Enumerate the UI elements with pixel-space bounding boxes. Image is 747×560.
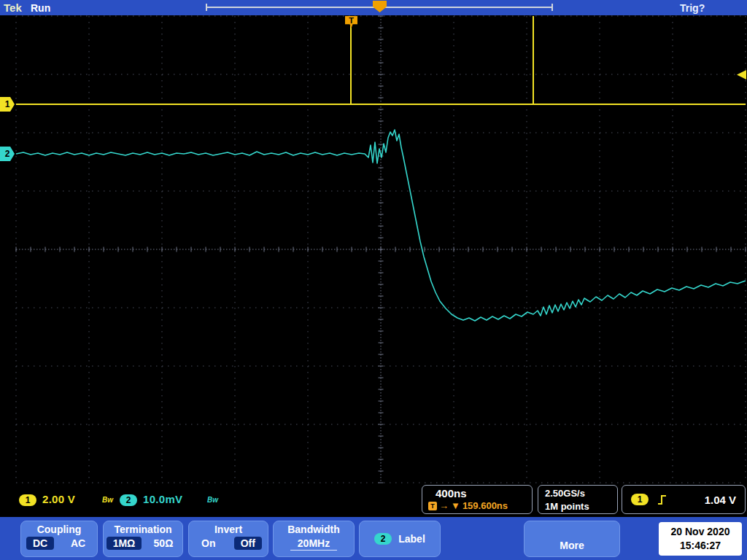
date-readout: 20 Nov 2020	[659, 525, 742, 539]
horizontal-readout-box: 400ns T→▼159.600ns	[422, 485, 533, 514]
menu-label[interactable]: 2 Label	[359, 521, 441, 557]
bandwidth-title: Bandwidth	[274, 524, 354, 535]
label-button-text: Label	[398, 533, 425, 545]
ch2-bandwidth-limit-icon: Bw	[207, 496, 218, 504]
menu-invert[interactable]: Invert On Off	[188, 521, 268, 557]
termination-options: 1MΩ 50Ω	[104, 537, 182, 550]
trigger-source-badge: 1	[631, 494, 649, 505]
label-button-row: 2 Label	[360, 521, 440, 556]
trigger-t-icon: T	[428, 502, 437, 510]
horizontal-scale-readout: 400ns	[436, 487, 532, 499]
ch2-marker-label: 2	[5, 149, 10, 159]
menu-more[interactable]: More	[524, 521, 620, 557]
oscilloscope-screen: Tek Run Trig? T 1 2 1 2.00 V Bw 2 10.0mV…	[0, 0, 747, 560]
coupling-ac-button[interactable]: AC	[64, 537, 92, 550]
ch1-badge-label: 1	[26, 495, 31, 505]
arrow-icon: →	[439, 500, 449, 511]
invert-off-button[interactable]: Off	[234, 537, 262, 550]
ch1-trace	[16, 16, 746, 104]
trigger-delay-readout: T→▼159.600ns	[428, 500, 532, 511]
graticule-grid	[16, 16, 746, 483]
ch1-scale-readout: 2.00 V	[42, 493, 75, 505]
trigger-level-readout: 1.04 V	[705, 494, 736, 506]
trigger-delay-value: 159.600ns	[462, 500, 508, 511]
trigger-level-arrow-icon	[737, 70, 746, 79]
trigger-readout-box: 1 1.04 V	[622, 485, 746, 514]
ch1-marker-label: 1	[5, 99, 10, 109]
termination-50ohm-button[interactable]: 50Ω	[147, 537, 180, 550]
menu-bar: Coupling DC AC Termination 1MΩ 50Ω Inver…	[0, 517, 747, 560]
trigger-status-text: Trig?	[680, 2, 705, 14]
coupling-dc-button[interactable]: DC	[26, 537, 54, 550]
invert-title: Invert	[189, 524, 268, 535]
acquisition-readout-box: 2.50GS/s 1M points	[538, 485, 618, 514]
ch2-badge-label: 2	[126, 495, 131, 505]
ch2-badge: 2	[120, 494, 137, 506]
datetime-box: 20 Nov 2020 15:46:27	[659, 522, 742, 556]
more-button-text: More	[525, 521, 619, 556]
termination-title: Termination	[104, 524, 182, 535]
termination-1mohm-button[interactable]: 1MΩ	[107, 537, 142, 550]
label-channel-badge: 2	[374, 533, 392, 545]
readout-bar: 1 2.00 V Bw 2 10.0mV Bw 400ns T→▼159.600…	[0, 483, 747, 517]
ch1-badge: 1	[19, 494, 36, 506]
time-readout: 15:46:27	[659, 539, 742, 553]
menu-coupling[interactable]: Coupling DC AC	[20, 521, 98, 557]
down-triangle-icon: ▼	[451, 500, 460, 511]
invert-on-button[interactable]: On	[195, 537, 222, 550]
scope-canvas	[0, 0, 747, 560]
trigger-source-label: 1	[638, 494, 643, 505]
menu-bandwidth[interactable]: Bandwidth 20MHz	[273, 521, 355, 557]
ch2-trace	[16, 130, 746, 321]
invert-options: On Off	[189, 537, 268, 550]
trigger-time-flag-icon: T	[345, 16, 357, 28]
bandwidth-value[interactable]: 20MHz	[290, 537, 337, 551]
acquisition-run-status: Run	[31, 2, 50, 14]
ch1-bandwidth-limit-icon: Bw	[102, 496, 113, 504]
coupling-options: DC AC	[21, 537, 97, 550]
trigger-slope-icon	[657, 494, 667, 506]
ch1-position-marker: 1	[0, 97, 15, 112]
ch2-position-marker: 2	[0, 147, 15, 161]
label-channel-number: 2	[381, 534, 386, 544]
tek-logo: Tek	[4, 1, 22, 14]
record-length-readout: 1M points	[545, 500, 617, 513]
ch2-scale-readout: 10.0mV	[143, 493, 182, 505]
coupling-title: Coupling	[21, 524, 97, 535]
sample-rate-readout: 2.50GS/s	[545, 487, 617, 500]
menu-termination[interactable]: Termination 1MΩ 50Ω	[103, 521, 183, 557]
